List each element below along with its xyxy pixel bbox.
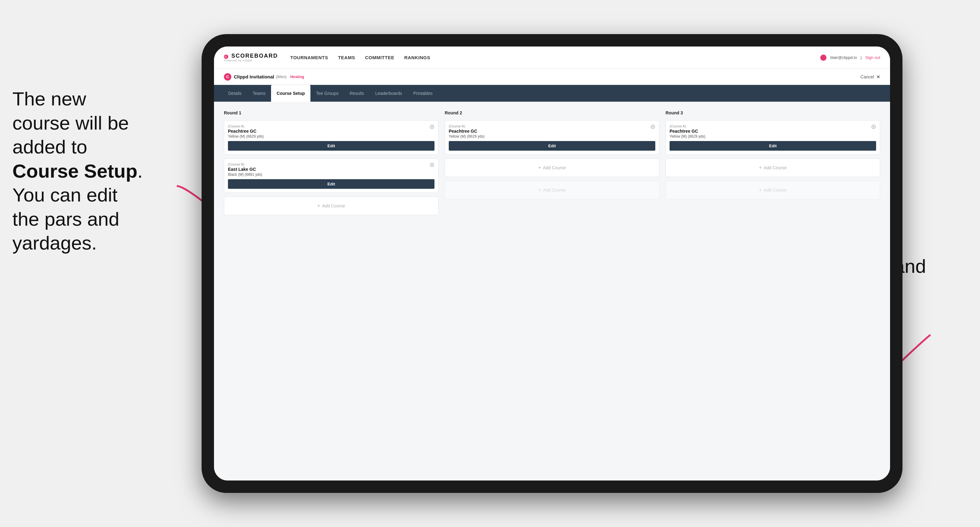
nav-link-teams[interactable]: TEAMS (338, 54, 355, 61)
rounds-grid: Round 1 (Course A) Peachtree GC Yellow (… (224, 110, 880, 215)
r3-plus-icon: + (759, 165, 762, 170)
logo-c-icon: C (224, 54, 228, 59)
r2-add-course-disabled-label: Add Course (543, 187, 566, 192)
tab-teams[interactable]: Teams (247, 85, 271, 102)
round-3-column: Round 3 (Course A) Peachtree GC Yellow (… (665, 110, 880, 215)
r2-ca-label: (Course A) (449, 124, 655, 128)
r2-add-course-disabled: + Add Course (445, 181, 659, 199)
tab-printables[interactable]: Printables (408, 85, 438, 102)
tablet-screen: C SCOREBOARD Powered by clippd TOURNAMEN… (214, 46, 890, 481)
r1-cb-name: East Lake GC (228, 167, 434, 172)
r3-add-course-disabled-label: Add Course (764, 187, 787, 192)
sign-out-link[interactable]: Sign out (865, 55, 880, 60)
r1-add-course-label: Add Course (322, 203, 345, 208)
tab-tee-groups[interactable]: Tee Groups (310, 85, 344, 102)
nav-separator: | (861, 55, 862, 60)
tablet-device: C SCOREBOARD Powered by clippd TOURNAMEN… (202, 34, 902, 493)
user-email: blair@clippd.io (830, 55, 857, 60)
logo-sub: Powered by clippd (224, 59, 278, 62)
course-a-r3-icon[interactable] (870, 124, 877, 130)
tournament-gender: (Men) (276, 75, 286, 79)
r3-ca-edit-button[interactable]: Edit (670, 141, 876, 151)
round-3-course-a-card: (Course A) Peachtree GC Yellow (M) (6629… (665, 120, 880, 155)
r3-ca-tee: Yellow (M) (6629 yds) (670, 134, 876, 138)
tournament-hosting: Hosting (290, 75, 304, 79)
round-1-title: Round 1 (224, 110, 439, 115)
user-avatar (820, 54, 826, 61)
nav-link-rankings[interactable]: RANKINGS (404, 54, 430, 61)
course-a-r1-icon[interactable] (429, 124, 435, 130)
r3-add-course-label: Add Course (764, 165, 787, 170)
tabs-bar: Details Teams Course Setup Tee Groups Re… (214, 85, 890, 102)
sub-logo-circle: C (224, 73, 231, 81)
round-3-title: Round 3 (665, 110, 880, 115)
r2-add-course-label: Add Course (543, 165, 566, 170)
round-2-course-a-card: (Course A) Peachtree GC Yellow (M) (6629… (445, 120, 659, 155)
round-1-column: Round 1 (Course A) Peachtree GC Yellow (… (224, 110, 439, 215)
nav-link-committee[interactable]: COMMITTEE (365, 54, 395, 61)
cancel-button[interactable]: Cancel ✕ (861, 75, 880, 79)
r2-ca-edit-button[interactable]: Edit (449, 141, 655, 151)
r1-plus-icon: + (317, 203, 320, 209)
r1-cb-label: (Course B) (228, 162, 434, 166)
main-content: Round 1 (Course A) Peachtree GC Yellow (… (214, 102, 890, 481)
tournament-name: Clippd Invitational (234, 74, 274, 79)
r3-add-course-disabled: + Add Course (665, 181, 880, 199)
course-b-r1-icon[interactable] (429, 162, 435, 168)
r1-cb-tee: Black (M) (6891 yds) (228, 172, 434, 177)
round-2-column: Round 2 (Course A) Peachtree GC Yellow (… (445, 110, 659, 215)
round-1-course-a-card: (Course A) Peachtree GC Yellow (M) (6629… (224, 120, 439, 155)
tab-leaderboards[interactable]: Leaderboards (370, 85, 407, 102)
round-1-course-b-card: (Course B) East Lake GC Black (M) (6891 … (224, 159, 439, 193)
tab-course-setup[interactable]: Course Setup (271, 85, 310, 102)
sub-header: C Clippd Invitational (Men) Hosting Canc… (214, 69, 890, 85)
r1-ca-tee: Yellow (M) (6629 yds) (228, 134, 434, 138)
r1-ca-edit-button[interactable]: Edit (228, 141, 434, 151)
r3-plus-disabled-icon: + (759, 187, 762, 193)
r2-ca-tee: Yellow (M) (6629 yds) (449, 134, 655, 138)
r1-ca-name: Peachtree GC (228, 129, 434, 133)
r3-ca-name: Peachtree GC (670, 129, 876, 133)
scoreboard-logo: C SCOREBOARD Powered by clippd (224, 53, 278, 62)
nav-link-tournaments[interactable]: TOURNAMENTS (290, 54, 328, 61)
sub-logo: C (224, 73, 231, 81)
r2-ca-name: Peachtree GC (449, 129, 655, 133)
r3-ca-label: (Course A) (670, 124, 876, 128)
tab-results[interactable]: Results (344, 85, 370, 102)
r2-plus-disabled-icon: + (538, 187, 541, 193)
r3-add-course-button[interactable]: + Add Course (665, 159, 880, 177)
top-nav: C SCOREBOARD Powered by clippd TOURNAMEN… (214, 46, 890, 69)
tab-details[interactable]: Details (223, 85, 247, 102)
r2-add-course-button[interactable]: + Add Course (445, 159, 659, 177)
round-2-title: Round 2 (445, 110, 659, 115)
r1-add-course-button[interactable]: + Add Course (224, 197, 439, 215)
r2-plus-icon: + (538, 165, 541, 170)
nav-links: TOURNAMENTS TEAMS COMMITTEE RANKINGS (290, 54, 820, 61)
nav-user: blair@clippd.io | Sign out (820, 54, 880, 61)
logo-title: C SCOREBOARD (224, 53, 278, 59)
course-a-r2-icon[interactable] (650, 124, 656, 130)
r1-ca-label: (Course A) (228, 124, 434, 128)
r1-cb-edit-button[interactable]: Edit (228, 179, 434, 189)
